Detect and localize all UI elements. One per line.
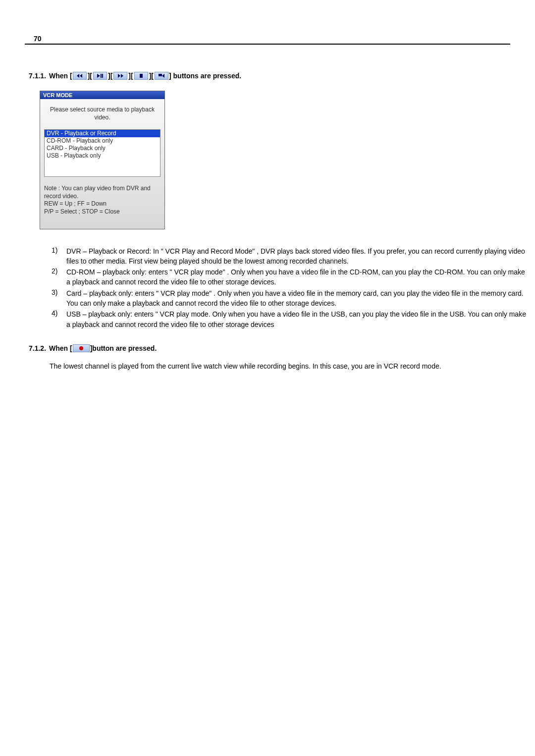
stop-icon	[134, 72, 148, 80]
dialog-item-card[interactable]: CARD - Playback only	[45, 145, 160, 152]
list-item: 4) USB – playback only: enters " VCR pla…	[52, 309, 527, 329]
list-item: 1) DVR – Playback or Record: In " VCR Pl…	[52, 246, 527, 267]
list-index: 3)	[52, 288, 66, 309]
bracket-sep: ][	[149, 72, 154, 80]
dialog-note: Note : You can play video from DVR and r…	[40, 177, 164, 228]
skip-back-icon	[155, 72, 168, 80]
svg-rect-7	[140, 74, 143, 78]
list-index: 4)	[52, 309, 66, 329]
section-711-number: 7.1.1.	[29, 72, 46, 80]
dialog-title: VCR MODE	[40, 91, 164, 99]
bracket-sep: ][	[128, 72, 133, 80]
list-item: 3) Card – playback only: enters " VCR pl…	[52, 288, 527, 309]
dialog-item-dvr[interactable]: DVR - Playback or Record	[45, 130, 160, 137]
svg-marker-1	[77, 74, 79, 78]
dialog-note-line4: P/P = Select ; STOP = Close	[44, 208, 160, 216]
section-712-suffix: ]button are pressed.	[90, 344, 157, 352]
section-712-prefix: When [	[49, 344, 72, 352]
dialog-note-line3: REW = Up ; FF = Down	[44, 200, 160, 208]
record-icon	[73, 344, 90, 352]
svg-marker-5	[118, 74, 120, 78]
list-text: Card – playback only: enters " VCR play …	[66, 288, 527, 309]
dialog-note-line1: Note : You can play video from DVR and	[44, 185, 160, 193]
list-item: 2) CD-ROM – playback only: enters " VCR …	[52, 267, 527, 287]
list-text: DVR – Playback or Record: In " VCR Play …	[66, 246, 527, 267]
rewind-icon	[73, 72, 87, 80]
svg-marker-2	[97, 74, 100, 78]
bracket-sep: ][	[108, 72, 112, 80]
section-711-suffix: ] buttons are pressed.	[169, 72, 241, 80]
dialog-prompt-line1: Please select source media to playback	[44, 106, 160, 114]
list-text: CD-ROM – playback only: enters " VCR pla…	[66, 267, 527, 287]
section-711-prefix: When [	[49, 72, 72, 80]
svg-rect-4	[102, 74, 103, 78]
section-712-header: 7.1.2. When [ ]button are pressed.	[29, 344, 519, 352]
vcr-mode-dialog: VCR MODE Please select source media to p…	[40, 91, 165, 229]
dialog-item-usb[interactable]: USB - Playback only	[45, 152, 160, 160]
svg-rect-8	[159, 74, 162, 76]
page-number: 70	[34, 35, 42, 43]
svg-rect-3	[101, 74, 102, 78]
svg-marker-0	[80, 74, 82, 78]
svg-marker-9	[162, 74, 164, 78]
list-index: 1)	[52, 246, 66, 267]
list-text: USB – playback only: enters " VCR play m…	[66, 309, 527, 329]
dialog-prompt-line2: video.	[44, 114, 160, 122]
fast-forward-icon	[113, 72, 127, 80]
section-711: 7.1.1. When [ ][ ][ ][ ][ ] buttons are …	[29, 72, 519, 329]
bracket-sep: ][	[88, 72, 92, 80]
section-711-header: 7.1.1. When [ ][ ][ ][ ][ ] buttons are …	[29, 72, 519, 80]
section-712-body: The lowest channel is played from the cu…	[50, 361, 519, 371]
section-712: 7.1.2. When [ ]button are pressed. The l…	[29, 344, 519, 371]
section-712-number: 7.1.2.	[29, 344, 46, 352]
play-pause-icon	[93, 72, 107, 80]
numbered-list: 1) DVR – Playback or Record: In " VCR Pl…	[52, 246, 527, 329]
list-index: 2)	[52, 267, 66, 287]
dialog-list: DVR - Playback or Record CD-ROM - Playba…	[44, 129, 160, 177]
page-number-bar: 70	[25, 35, 510, 45]
dialog-item-cdrom[interactable]: CD-ROM - Playback only	[45, 137, 160, 145]
svg-marker-6	[121, 74, 123, 78]
dialog-note-line2: record video.	[44, 193, 160, 201]
dialog-prompt: Please select source media to playback v…	[40, 99, 164, 124]
